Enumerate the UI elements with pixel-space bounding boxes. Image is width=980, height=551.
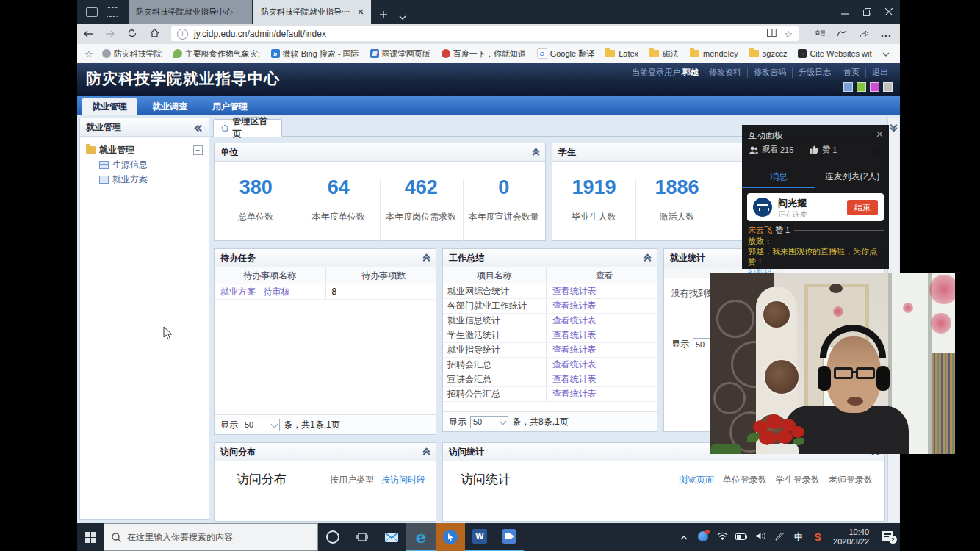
more-options-icon[interactable]: [875, 28, 897, 40]
battery-icon[interactable]: [732, 532, 751, 542]
chart-mode-link[interactable]: 按访问时段: [381, 474, 425, 486]
chart-mode-link[interactable]: 学生登录数: [776, 474, 820, 486]
bookmark-item[interactable]: sgzccz: [749, 48, 788, 60]
tray-chevron-icon[interactable]: [674, 532, 693, 542]
chart-mode-link[interactable]: 按用户类型: [330, 474, 374, 486]
bookmark-item[interactable]: 雨课堂网页版: [370, 48, 430, 60]
chart-mode-link[interactable]: 单位登录数: [723, 474, 767, 486]
nav-tab[interactable]: 就业管理: [82, 98, 137, 115]
bookmark-item[interactable]: Latex: [605, 48, 638, 60]
bookmark-item[interactable]: Cite Websites with a l: [798, 48, 872, 60]
ime-indicator[interactable]: 中: [789, 531, 808, 544]
view-stats-link[interactable]: 查看统计表: [546, 387, 657, 401]
notification-center-icon[interactable]: 2: [875, 531, 900, 543]
start-button[interactable]: [77, 523, 104, 551]
tree-collapse-icon[interactable]: −: [193, 145, 203, 155]
back-icon[interactable]: [77, 28, 99, 40]
view-stats-link[interactable]: 查看统计表: [546, 328, 657, 342]
favorite-star-icon[interactable]: ☆: [784, 29, 793, 40]
tab-list-chevron-icon[interactable]: [399, 10, 406, 23]
live-panel-tab[interactable]: 消息: [742, 168, 815, 188]
todo-item-link[interactable]: 就业方案 - 待审核: [215, 286, 325, 298]
bookmark-item[interactable]: 百度一下，你就知道: [442, 48, 526, 60]
taskbar-search-box[interactable]: 在这里输入你要搜索的内容: [104, 523, 318, 551]
bookmark-item[interactable]: mendeley: [690, 48, 738, 60]
view-stats-link[interactable]: 查看统计表: [546, 372, 657, 386]
word-app-icon[interactable]: [465, 523, 494, 551]
collapse-east-icon[interactable]: [890, 122, 897, 130]
tab-preview-icon[interactable]: [107, 7, 118, 17]
taskbar-clock[interactable]: 10:40 2020/3/22: [833, 527, 869, 547]
sidebar-tree-root[interactable]: 就业管理 −: [86, 143, 203, 157]
streaming-app-icon[interactable]: [436, 523, 465, 551]
header-link[interactable]: 修改密码: [747, 67, 792, 78]
bookmarks-overflow-chevron-icon[interactable]: [882, 49, 890, 58]
reading-view-icon[interactable]: [767, 29, 777, 39]
cortana-button[interactable]: [318, 523, 347, 551]
header-link[interactable]: 退出: [865, 67, 894, 78]
theme-swatch[interactable]: [883, 82, 893, 92]
end-mic-button[interactable]: 结束: [847, 200, 878, 215]
url-field[interactable]: i jy.cidp.edu.cn/admin/default/index ☆: [171, 26, 799, 41]
browser-tab-active[interactable]: 防灾科技学院就业指导᠁: [253, 0, 371, 24]
collapse-panel-icon[interactable]: [644, 254, 651, 262]
favorites-list-icon[interactable]: [809, 28, 831, 40]
minimize-button[interactable]: [834, 0, 856, 24]
header-link[interactable]: 升级日志: [792, 67, 837, 78]
set-aside-tabs-icon[interactable]: [86, 7, 98, 17]
view-stats-link[interactable]: 查看统计表: [546, 299, 657, 313]
info-icon[interactable]: i: [177, 29, 188, 40]
header-link[interactable]: 修改资料: [703, 67, 747, 78]
bookmark-item[interactable]: 主要粮食作物气象灾:: [173, 48, 260, 60]
view-stats-link[interactable]: 查看统计表: [546, 284, 657, 298]
sidebar-tree-item[interactable]: 生源信息: [99, 157, 203, 172]
nav-tab[interactable]: 就业调查: [142, 98, 198, 115]
tray-app-icon[interactable]: [693, 531, 713, 544]
plant: [710, 444, 741, 454]
bookmark-item[interactable]: Google 翻译: [537, 48, 595, 60]
task-view-button[interactable]: [347, 523, 377, 551]
sogou-icon[interactable]: S: [808, 531, 827, 543]
collapse-panel-icon[interactable]: [422, 448, 430, 456]
webcam-video[interactable]: [710, 273, 955, 454]
live-panel-close-icon[interactable]: [876, 131, 883, 137]
view-stats-link[interactable]: 查看统计表: [546, 343, 657, 357]
bookmark-item[interactable]: 防灾科技学院: [102, 48, 162, 60]
mail-app-icon[interactable]: [377, 523, 406, 551]
wifi-icon[interactable]: [713, 532, 732, 542]
bookmark-item[interactable]: 磁法: [649, 48, 679, 60]
add-favorite-star-icon[interactable]: ☆: [84, 48, 93, 60]
forward-icon[interactable]: [99, 28, 121, 40]
header-link[interactable]: 首页: [837, 67, 865, 78]
chart-mode-link[interactable]: 浏览页面: [679, 474, 714, 486]
sidebar-tree-item[interactable]: 就业方案: [99, 172, 203, 187]
page-size-select[interactable]: 50: [242, 419, 280, 431]
collapse-panel-icon[interactable]: [422, 254, 430, 262]
volume-icon[interactable]: [751, 532, 770, 542]
home-icon[interactable]: [143, 28, 165, 40]
page-size-select[interactable]: 50: [470, 416, 508, 428]
refresh-icon[interactable]: [121, 28, 143, 40]
content-tab-home[interactable]: 管理区首页: [213, 119, 282, 137]
new-tab-button[interactable]: [380, 8, 387, 21]
view-stats-link[interactable]: 查看统计表: [546, 358, 657, 372]
nav-tab[interactable]: 用户管理: [202, 98, 258, 115]
view-stats-link[interactable]: 查看统计表: [546, 314, 657, 328]
edge-app-icon[interactable]: [406, 523, 436, 551]
bookmark-item[interactable]: 微软 Bing 搜索 - 国际: [271, 48, 359, 60]
sidebar-collapse-icon[interactable]: [195, 123, 203, 132]
theme-swatch[interactable]: [857, 82, 866, 92]
tab-close-icon[interactable]: [358, 9, 364, 15]
live-panel-tab[interactable]: 连麦列表(2人): [815, 168, 889, 188]
close-window-button[interactable]: [878, 0, 900, 24]
share-icon[interactable]: [853, 28, 875, 40]
video-app-icon[interactable]: [494, 523, 524, 551]
theme-swatch[interactable]: [843, 82, 853, 92]
browser-tab[interactable]: 防灾科技学院就业指导中心: [129, 0, 252, 24]
theme-swatch[interactable]: [870, 82, 879, 92]
ink-pen-icon[interactable]: [831, 28, 853, 40]
chart-mode-link[interactable]: 老师登录数: [829, 474, 873, 486]
collapse-panel-icon[interactable]: [532, 148, 539, 156]
pen-icon[interactable]: [770, 532, 789, 543]
restore-button[interactable]: [856, 0, 878, 24]
